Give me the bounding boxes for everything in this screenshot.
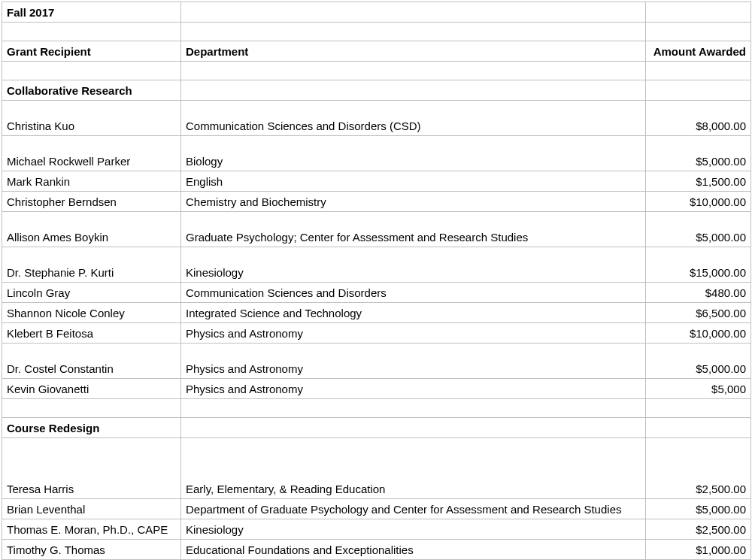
table-row: Allison Ames Boykin Graduate Psychology;…	[2, 212, 751, 247]
table-row: Dr. Stephanie P. Kurti Kinesiology $15,0…	[2, 247, 751, 283]
section-row: Collaborative Research	[2, 80, 751, 101]
department-cell: Early, Elementary, & Reading Education	[181, 438, 646, 499]
department-cell: Physics and Astronomy	[181, 344, 646, 379]
recipient-cell: Teresa Harris	[2, 438, 181, 499]
department-cell: Chemistry and Biochemistry	[181, 192, 646, 212]
department-cell: Integrated Science and Technology	[181, 303, 646, 323]
recipient-cell: Lincoln Gray	[2, 283, 181, 303]
department-cell: Educational Foundations and Exceptionali…	[181, 540, 646, 560]
section-row: Course Redesign	[2, 418, 751, 438]
department-cell: Physics and Astronomy	[181, 379, 646, 399]
recipient-cell: Shannon Nicole Conley	[2, 303, 181, 323]
department-cell: Physics and Astronomy	[181, 323, 646, 344]
recipient-cell: Brian Leventhal	[2, 499, 181, 519]
recipient-cell: Michael Rockwell Parker	[2, 136, 181, 171]
table-row: Christopher Berndsen Chemistry and Bioch…	[2, 192, 751, 212]
recipient-cell: Dr. Costel Constantin	[2, 344, 181, 379]
recipient-cell: Klebert B Feitosa	[2, 323, 181, 344]
amount-cell: $8,000.00	[646, 101, 751, 136]
table-row: Teresa Harris Early, Elementary, & Readi…	[2, 438, 751, 499]
amount-cell: $15,000.00	[646, 247, 751, 283]
recipient-cell: Christopher Berndsen	[2, 192, 181, 212]
spacer-row	[2, 23, 751, 41]
table-row: Mark Rankin English $1,500.00	[2, 171, 751, 192]
table-row: Timothy G. Thomas Educational Foundation…	[2, 540, 751, 560]
header-recipient: Grant Recipient	[2, 41, 181, 62]
amount-cell: $2,500.00	[646, 438, 751, 499]
title-cell: Fall 2017	[2, 2, 181, 23]
amount-cell: $10,000.00	[646, 323, 751, 344]
amount-cell: $2,500.00	[646, 519, 751, 540]
table-row: Michael Rockwell Parker Biology $5,000.0…	[2, 136, 751, 171]
recipient-cell: Thomas E. Moran, Ph.D., CAPE	[2, 519, 181, 540]
amount-cell: $5,000.00	[646, 136, 751, 171]
amount-cell: $1,000.00	[646, 540, 751, 560]
department-cell: Department of Graduate Psychology and Ce…	[181, 499, 646, 519]
table-row: Dr. Costel Constantin Physics and Astron…	[2, 344, 751, 379]
recipient-cell: Mark Rankin	[2, 171, 181, 192]
amount-cell: $1,500.00	[646, 171, 751, 192]
recipient-cell: Kevin Giovanetti	[2, 379, 181, 399]
table-row: Thomas E. Moran, Ph.D., CAPE Kinesiology…	[2, 519, 751, 540]
table-row: Kevin Giovanetti Physics and Astronomy $…	[2, 379, 751, 399]
amount-cell: $5,000.00	[646, 344, 751, 379]
department-cell: Communication Sciences and Disorders	[181, 283, 646, 303]
spacer-row	[2, 62, 751, 80]
title-row: Fall 2017	[2, 2, 751, 23]
amount-cell: $5,000	[646, 379, 751, 399]
recipient-cell: Timothy G. Thomas	[2, 540, 181, 560]
department-cell: Biology	[181, 136, 646, 171]
department-cell: Communication Sciences and Disorders (CS…	[181, 101, 646, 136]
department-cell: Graduate Psychology; Center for Assessme…	[181, 212, 646, 247]
table-row: Lincoln Gray Communication Sciences and …	[2, 283, 751, 303]
amount-cell: $480.00	[646, 283, 751, 303]
table-row: Shannon Nicole Conley Integrated Science…	[2, 303, 751, 323]
recipient-cell: Christina Kuo	[2, 101, 181, 136]
header-amount: Amount Awarded	[646, 41, 751, 62]
section-course: Course Redesign	[2, 418, 181, 438]
amount-cell: $10,000.00	[646, 192, 751, 212]
department-cell: Kinesiology	[181, 247, 646, 283]
department-cell: English	[181, 171, 646, 192]
table-row: Brian Leventhal Department of Graduate P…	[2, 499, 751, 519]
section-collab: Collaborative Research	[2, 80, 181, 101]
grants-table: Fall 2017 Grant Recipient Department Amo…	[2, 2, 751, 560]
recipient-cell: Dr. Stephanie P. Kurti	[2, 247, 181, 283]
header-row: Grant Recipient Department Amount Awarde…	[2, 41, 751, 62]
amount-cell: $5,000.00	[646, 212, 751, 247]
spacer-row	[2, 399, 751, 418]
table-row: Christina Kuo Communication Sciences and…	[2, 101, 751, 136]
recipient-cell: Allison Ames Boykin	[2, 212, 181, 247]
table-row: Klebert B Feitosa Physics and Astronomy …	[2, 323, 751, 344]
department-cell: Kinesiology	[181, 519, 646, 540]
header-department: Department	[181, 41, 646, 62]
amount-cell: $5,000.00	[646, 499, 751, 519]
amount-cell: $6,500.00	[646, 303, 751, 323]
